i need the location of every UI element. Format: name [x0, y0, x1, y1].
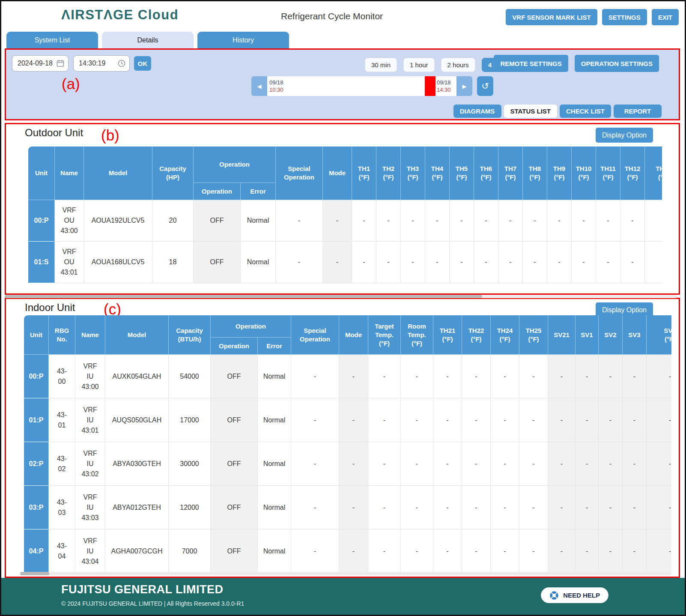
view-button-status-list[interactable]: STATUS LIST [504, 105, 557, 118]
refrigerant-cycle-monitor-page: ΛIRSTΛGE Cloud Refrigerant Cycle Monitor… [0, 0, 686, 616]
cell: OFF [211, 486, 258, 529]
table-row: 00:PVRF OU 43:00AOUA192ULCV520OFFNormal-… [28, 200, 662, 242]
cell: - [620, 200, 645, 242]
indoor-scrollbar-thumb[interactable] [20, 572, 49, 575]
cell: - [450, 242, 474, 283]
lifebuoy-icon [549, 591, 559, 600]
indoor-table: UnitRBG No.NameModelCapacity (BTU/h)Oper… [24, 315, 671, 573]
tab-details[interactable]: Details [102, 32, 194, 49]
column-header: TH25 (°F) [519, 315, 548, 355]
cell: - [339, 355, 368, 398]
cell: - [548, 486, 576, 529]
need-help-button[interactable]: NEED HELP [541, 587, 608, 603]
timeline-left-arrow-button[interactable]: ◀ [251, 76, 267, 96]
header-button-settings[interactable]: SETTINGS [602, 9, 647, 25]
column-header: SV1 [576, 315, 599, 355]
cell: AOUA168ULCV5 [84, 242, 152, 283]
cell: - [339, 398, 368, 442]
cell: VRF IU 43:01 [75, 398, 105, 442]
outdoor-horizontal-scrollbar[interactable] [5, 295, 677, 298]
operation-settings-button[interactable]: OPERATION SETTINGS [575, 55, 659, 72]
annotation-a: (a) [62, 75, 80, 93]
outdoor-display-option-button[interactable]: Display Option [596, 128, 653, 143]
view-button-report[interactable]: REPORT [614, 105, 662, 118]
range-button-30-min[interactable]: 30 min [365, 58, 397, 72]
cell: - [368, 486, 401, 529]
indoor-horizontal-scrollbar[interactable] [20, 572, 671, 575]
cell: - [276, 200, 323, 242]
cell: - [491, 529, 519, 573]
cell: - [491, 486, 519, 529]
cell: - [523, 200, 547, 242]
cell: OFF [211, 355, 258, 398]
cell: - [339, 486, 368, 529]
header-button-exit[interactable]: EXIT [652, 9, 679, 25]
timeline-handle[interactable] [425, 76, 435, 96]
refresh-button[interactable]: ↺ [477, 76, 493, 96]
column-header: TH7 (°F) [498, 147, 523, 200]
cell: VRF IU 43:02 [75, 442, 105, 486]
table-row: 01:SVRF OU 43:01AOUA168ULCV518OFFNormal-… [28, 242, 662, 283]
cell: Normal [258, 442, 291, 486]
outdoor-scrollbar-thumb[interactable] [5, 295, 482, 298]
calendar-icon [56, 59, 65, 68]
cell: - [596, 242, 620, 283]
timeline-right-arrow-button[interactable]: ▶ [456, 76, 472, 96]
column-header: SV4 (°F) [647, 315, 671, 355]
cell: - [576, 398, 599, 442]
column-header: Capacity (BTU/h) [169, 315, 211, 355]
column-header: TH6 (°F) [474, 147, 498, 200]
view-button-diagrams[interactable]: DIAGRAMS [453, 105, 501, 118]
cell: OFF [211, 398, 258, 442]
range-button-2-hours[interactable]: 2 hours [441, 58, 475, 72]
cell: - [647, 398, 671, 442]
unit-cell: 00:P [28, 200, 55, 242]
cell: - [498, 200, 523, 242]
column-subheader: Error [258, 338, 291, 355]
column-header: TH12 (°F) [620, 147, 645, 200]
cell: 12000 [169, 486, 211, 529]
footer-company-name: FUJITSU GENERAL LIMITED [61, 583, 224, 596]
cell: - [401, 486, 433, 529]
cell: - [323, 200, 352, 242]
cell: Normal [258, 355, 291, 398]
indoor-table-wrap: UnitRBG No.NameModelCapacity (BTU/h)Oper… [24, 315, 671, 575]
cell: - [339, 529, 368, 573]
tab-system-list[interactable]: System List [6, 32, 98, 49]
cell: - [462, 486, 491, 529]
range-button-1-hour[interactable]: 1 hour [403, 58, 435, 72]
tab-history[interactable]: History [197, 32, 289, 49]
cell: Normal [258, 486, 291, 529]
table-row: 00:P43- 00VRF IU 43:00AUXK054GLAH54000OF… [24, 355, 671, 398]
cell: - [433, 355, 462, 398]
cell: - [462, 355, 491, 398]
timeline-start-time: 10:30 [269, 86, 283, 93]
column-subheader: Operation [211, 338, 258, 355]
cell: - [599, 355, 623, 398]
remote-settings-button[interactable]: REMOTE SETTINGS [494, 55, 568, 72]
cell: - [491, 398, 519, 442]
column-header: TH1 (°F) [352, 147, 376, 200]
view-button-check-list[interactable]: CHECK LIST [560, 105, 611, 118]
cell: - [433, 486, 462, 529]
cell: - [623, 355, 647, 398]
cell: - [647, 355, 671, 398]
cell: OFF [194, 242, 241, 283]
ok-button[interactable]: OK [134, 56, 151, 71]
cell: AUXK054GLAH [105, 355, 169, 398]
cell: - [462, 442, 491, 486]
cell: Normal [258, 398, 291, 442]
cell: - [352, 200, 376, 242]
cell: OFF [194, 200, 241, 242]
timeline-track[interactable]: 09/18 10:30 09/18 14:30 [267, 76, 456, 96]
header-button-vrf-sensor-mark-list[interactable]: VRF SENSOR MARK LIST [506, 9, 597, 25]
cell: - [291, 442, 339, 486]
cell: - [401, 442, 433, 486]
column-header: Room Temp. (°F) [401, 315, 433, 355]
cell: - [647, 442, 671, 486]
cell: - [647, 486, 671, 529]
cell: - [645, 242, 662, 283]
outdoor-table: UnitNameModelCapacity (HP)OperationSpeci… [28, 147, 662, 283]
cell: AUQS050GLAH [105, 398, 169, 442]
cell: OFF [211, 529, 258, 573]
